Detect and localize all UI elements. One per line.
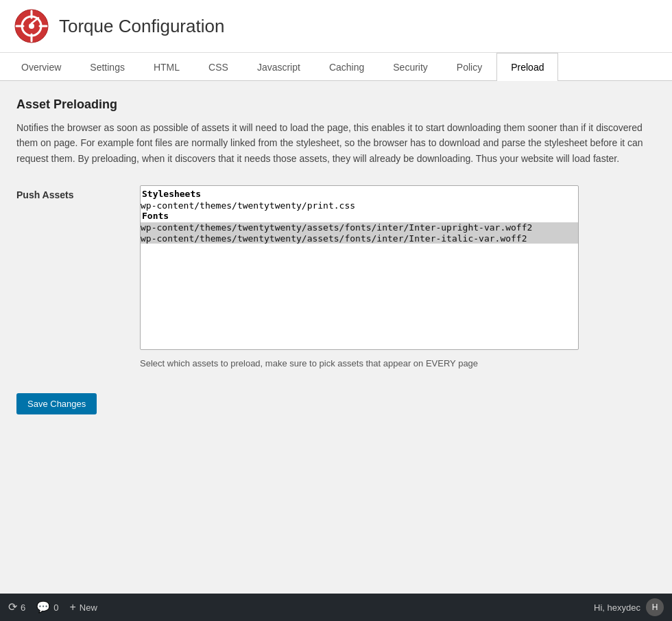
page-header: Torque Configuration	[0, 0, 672, 53]
tab-javascript[interactable]: Javascript	[243, 53, 315, 81]
section-title: Asset Preloading	[16, 97, 656, 112]
push-assets-listbox[interactable]: wp-content/themes/twentytwenty/print.css…	[140, 185, 579, 350]
listbox-hint: Select which assets to preload, make sur…	[140, 358, 579, 368]
page-title: Torque Configuration	[59, 16, 224, 37]
tab-policy[interactable]: Policy	[442, 53, 496, 81]
tab-security[interactable]: Security	[379, 53, 442, 81]
tab-caching[interactable]: Caching	[315, 53, 379, 81]
save-button[interactable]: Save Changes	[16, 393, 97, 414]
listbox-container: wp-content/themes/twentytwenty/print.css…	[140, 185, 579, 368]
push-assets-label: Push Assets	[16, 185, 126, 200]
torque-logo	[14, 8, 49, 44]
push-assets-field: Push Assets wp-content/themes/twentytwen…	[16, 185, 656, 368]
tab-preload[interactable]: Preload	[496, 53, 558, 81]
tab-settings[interactable]: Settings	[75, 53, 139, 81]
section-description: Notifies the browser as soon as possible…	[16, 120, 656, 166]
tabs-navigation: Overview Settings HTML CSS Javascript Ca…	[0, 53, 672, 81]
tab-html[interactable]: HTML	[139, 53, 194, 81]
main-content: Asset Preloading Notifies the browser as…	[0, 81, 672, 445]
tab-css[interactable]: CSS	[194, 53, 243, 81]
save-section: Save Changes	[16, 379, 656, 428]
tab-overview[interactable]: Overview	[7, 53, 75, 81]
